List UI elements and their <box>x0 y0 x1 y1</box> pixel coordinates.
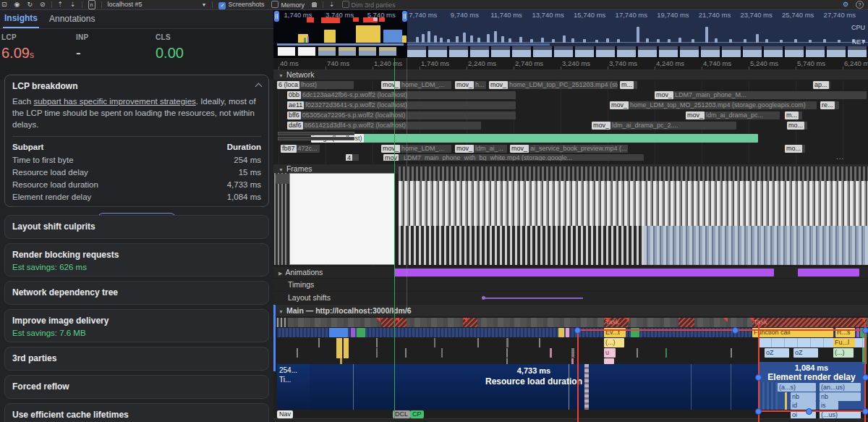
measure-handle-dot[interactable] <box>862 408 868 415</box>
network-request[interactable]: daf68661421d3df4-s.p.woff2 (localhost) <box>287 122 481 130</box>
filmstrip-frame[interactable] <box>378 46 397 56</box>
resource-load-duration-overlay[interactable]: 4,733 ms Resource load duration <box>310 364 758 410</box>
insight-card[interactable]: Improve image deliveryEst savings: 7.6 M… <box>4 309 269 342</box>
network-request[interactable]: 4 <box>346 154 359 161</box>
task-segment[interactable]: Task <box>752 318 867 327</box>
flame-segment[interactable] <box>357 328 365 337</box>
disclosure-triangle-icon[interactable]: ▼ <box>278 309 284 314</box>
element-render-delay-overlay[interactable]: 1,084 ms Element render delay (a...s) (a… <box>758 362 865 410</box>
improvement-strategies-link[interactable]: subpart has specific improvement strateg… <box>33 97 195 106</box>
insight-card[interactable]: Use efficient cache lifetimes <box>4 403 269 422</box>
network-request[interactable]: m... <box>620 81 637 89</box>
flame-segment[interactable]: nb <box>820 392 861 401</box>
frames-band-middle[interactable] <box>399 181 868 226</box>
insight-card[interactable]: Layout shift culprits <box>4 215 269 239</box>
reload-and-record-icon[interactable]: ↻ <box>27 1 33 9</box>
animation-bar[interactable] <box>394 269 774 277</box>
subpart-row[interactable]: Element render delay1,084 ms <box>12 191 261 203</box>
tab-insights[interactable]: Insights <box>3 9 39 28</box>
flame-segment[interactable] <box>336 338 342 358</box>
record-icon[interactable]: ◉ <box>14 1 20 9</box>
flame-segment[interactable] <box>604 358 614 364</box>
filmstrip-frame[interactable] <box>318 46 336 56</box>
measure-handle-dot[interactable] <box>755 408 762 415</box>
network-request[interactable]: mov_ldm_ai_drama_pc... <box>686 111 780 119</box>
animation-bar[interactable] <box>798 269 859 277</box>
network-overflow-button[interactable]: ... <box>836 153 844 161</box>
flame-segment[interactable]: id <box>791 401 816 410</box>
flame-segment[interactable] <box>344 338 349 358</box>
network-request[interactable]: mov_h... <box>455 81 486 89</box>
insight-card[interactable]: Forced reflow <box>4 375 269 399</box>
filmstrip-frame[interactable] <box>297 46 316 56</box>
flame-segment[interactable] <box>351 328 355 337</box>
network-request[interactable]: mov_LDM7_main_phone_M... <box>655 91 867 99</box>
disclosure-triangle-icon[interactable]: ▼ <box>278 167 284 172</box>
network-request[interactable]: fb87472c... <box>281 145 320 153</box>
frame-screenshot-thumbnail[interactable] <box>289 173 395 265</box>
network-request[interactable]: ae11f023272d3641-s.p.woff2 (localhost) <box>287 101 516 109</box>
live-metrics-icon[interactable]: n <box>88 0 95 9</box>
insight-card[interactable]: Render blocking requestsEst savings: 626… <box>4 243 269 277</box>
help-icon[interactable]: ? <box>856 1 864 9</box>
measure-line-vertical[interactable] <box>758 323 760 422</box>
flame-segment[interactable]: oZ <box>793 348 818 358</box>
capture-settings-icon[interactable]: ⇣ <box>329 1 335 9</box>
frames-band-bottom[interactable] <box>399 226 644 265</box>
network-request[interactable]: image (localhost) <box>311 134 758 143</box>
measure-handle-dot[interactable] <box>806 408 812 415</box>
selection-right-handle[interactable] <box>402 11 407 22</box>
subpart-row[interactable]: Resource load delay15 ms <box>12 166 261 179</box>
measure-handle-dot[interactable] <box>732 327 739 334</box>
measure-handle-dot[interactable] <box>755 374 762 381</box>
network-track-header[interactable]: ▼Network <box>273 70 868 80</box>
memory-checkbox[interactable]: Memory <box>271 1 305 9</box>
measure-handle-dot[interactable] <box>574 327 581 334</box>
flame-segment[interactable]: (...) <box>604 338 624 347</box>
chevron-down-icon[interactable]: ▼ <box>202 1 207 9</box>
flame-segment[interactable]: (an...us) <box>820 383 861 392</box>
network-request[interactable]: mov_ai_service_book_preview.mp4 (... <box>510 145 628 153</box>
history-dropdown[interactable]: localhost #5 <box>108 1 195 9</box>
network-request[interactable]: ap... <box>813 81 830 89</box>
network-request[interactable]: mo... <box>785 145 805 153</box>
flame-segment[interactable]: u <box>604 348 616 358</box>
dim-3rd-parties-checkbox[interactable]: Dim 3rd parties <box>342 1 396 9</box>
filmstrip-frame[interactable] <box>338 46 357 56</box>
flame-segment[interactable]: (a...s) <box>778 383 816 392</box>
filmstrip-frame[interactable] <box>358 46 377 56</box>
timings-track-header[interactable]: Timings <box>273 279 868 292</box>
horizontal-scrollbar[interactable] <box>273 418 868 422</box>
frames-band-bottom-photo[interactable] <box>644 226 868 265</box>
measure-line-vertical[interactable] <box>864 323 866 422</box>
insight-card[interactable]: Network dependency tree <box>4 281 269 305</box>
network-request[interactable]: mov_home_LDM_top_MO_251203.mp4 (storage.… <box>610 101 817 109</box>
flame-segment[interactable]: (...) <box>833 348 854 358</box>
ai-settings-gear-icon[interactable]: ⚙ <box>843 1 848 9</box>
disclosure-triangle-icon[interactable]: ▼ <box>278 73 284 78</box>
tab-annotations[interactable]: Annotations <box>48 10 96 28</box>
network-request[interactable]: mo... <box>787 122 807 130</box>
network-request[interactable]: mov_LDM7_main_phone_with_bg_white.mp4 (s… <box>383 154 644 161</box>
flame-segment[interactable]: Fu...l <box>833 338 855 347</box>
timeline-overview[interactable]: 1,740 ms3,740 ms5,740 ms7,740 ms9,740 ms… <box>273 9 868 58</box>
save-profile-icon[interactable]: ⇣ <box>70 1 76 9</box>
chevron-up-icon[interactable] <box>255 83 263 90</box>
network-request[interactable]: bff605305ca72295-s.p.woff2 (localhost) <box>287 111 516 119</box>
measure-line-vertical[interactable] <box>577 330 579 422</box>
network-request[interactable]: 0bb6dc123aa42fb6-s.p.woff2 (localhost) <box>287 91 516 99</box>
insight-card[interactable]: 3rd parties <box>4 347 269 371</box>
time-ruler[interactable]: 40 ms740 ms1,240 ms1,740 ms2,240 ms2,740… <box>273 58 868 70</box>
network-request[interactable]: mov_home_LDM_... <box>381 145 451 153</box>
flame-segment[interactable] <box>558 328 564 337</box>
load-profile-icon[interactable]: ⇡ <box>58 1 64 9</box>
network-request[interactable]: re... <box>820 101 839 109</box>
disclosure-triangle-icon[interactable]: ▶ <box>278 271 282 276</box>
subpart-row[interactable]: Resource load duration4,733 ms <box>12 179 261 191</box>
network-request[interactable]: m... <box>785 111 802 119</box>
flame-segment[interactable]: nb <box>791 392 816 401</box>
filmstrip-frame[interactable] <box>277 46 296 56</box>
measure-line-horizontal[interactable] <box>577 329 866 331</box>
flame-segment[interactable] <box>329 328 348 337</box>
dock-icon[interactable]: ⊡ <box>1 1 7 9</box>
